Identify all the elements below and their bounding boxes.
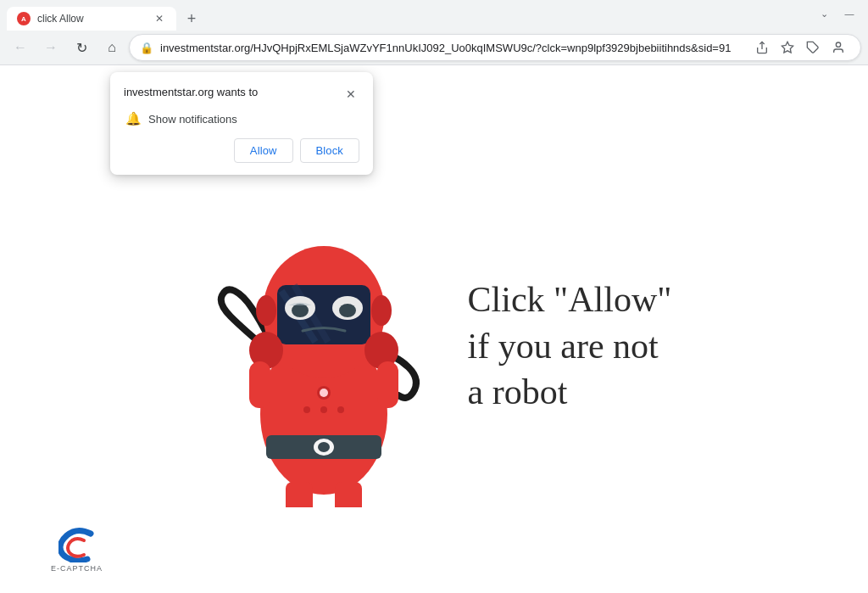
cta-line2: if you are not: [468, 323, 672, 370]
permission-text: Show notifications: [148, 113, 237, 126]
main-content: Click "Allow" if you are not a robot: [197, 185, 672, 507]
notification-popup: investmentstar.org wants to ✕ 🔔 Show not…: [110, 72, 373, 175]
home-button[interactable]: ⌂: [98, 34, 125, 61]
title-bar: A click Allow ✕ + ⌄ —: [0, 0, 868, 31]
cta-line3: a robot: [468, 369, 672, 416]
svg-point-26: [320, 389, 328, 397]
svg-point-29: [337, 406, 344, 413]
allow-button[interactable]: Allow: [234, 138, 293, 163]
svg-point-11: [371, 295, 392, 326]
svg-point-7: [318, 442, 330, 452]
cta-text-block: Click "Allow" if you are not a robot: [468, 277, 672, 416]
block-button[interactable]: Block: [300, 138, 359, 163]
svg-point-3: [836, 42, 840, 47]
svg-rect-21: [249, 361, 270, 408]
svg-rect-23: [286, 482, 313, 507]
reload-button[interactable]: ↻: [68, 34, 95, 61]
svg-point-27: [303, 406, 310, 413]
svg-rect-24: [335, 482, 362, 507]
browser-chrome: A click Allow ✕ + ⌄ — ← → ↻ ⌂ 🔒 investme…: [0, 0, 868, 65]
address-bar[interactable]: 🔒 investmentstar.org/HJvQHpjRxEMLSjaWZvY…: [129, 34, 861, 61]
bell-icon: 🔔: [125, 111, 142, 126]
chevron-icon[interactable]: ⌄: [812, 5, 836, 22]
minimize-button[interactable]: —: [837, 5, 861, 22]
url-text: investmentstar.org/HJvQHpjRxEMLSjaWZvYF1…: [160, 42, 743, 54]
svg-rect-22: [377, 361, 398, 408]
popup-close-button[interactable]: ✕: [342, 86, 359, 103]
window-controls: ⌄ —: [812, 5, 861, 25]
popup-title: investmentstar.org wants to: [124, 86, 258, 98]
ecaptcha-label: E-CAPTCHA: [51, 564, 103, 573]
tab-bar: A click Allow ✕ +: [7, 0, 203, 31]
tab-favicon: A: [17, 12, 31, 25]
page-content: investmentstar.org wants to ✕ 🔔 Show not…: [0, 65, 868, 593]
address-actions: [750, 36, 850, 59]
popup-header: investmentstar.org wants to ✕: [124, 86, 359, 103]
popup-permission: 🔔 Show notifications: [124, 111, 359, 126]
svg-marker-1: [782, 42, 793, 53]
robot-illustration: [197, 185, 451, 507]
tab-close-button[interactable]: ✕: [153, 12, 166, 25]
cta-line1: Click "Allow": [468, 277, 672, 323]
svg-point-16: [292, 304, 309, 317]
tab-title: click Allow: [37, 13, 146, 25]
extensions-button[interactable]: [801, 36, 825, 59]
ecaptcha-icon: [58, 525, 96, 562]
ecaptcha-logo: E-CAPTCHA: [51, 525, 103, 573]
svg-point-18: [339, 304, 356, 317]
svg-point-28: [320, 406, 327, 413]
popup-actions: Allow Block: [124, 138, 359, 163]
lock-icon: 🔒: [140, 42, 153, 54]
share-button[interactable]: [750, 36, 774, 59]
bookmark-button[interactable]: [776, 36, 799, 59]
active-tab[interactable]: A click Allow ✕: [7, 7, 176, 31]
back-button[interactable]: ←: [7, 34, 34, 61]
nav-bar: ← → ↻ ⌂ 🔒 investmentstar.org/HJvQHpjRxEM…: [0, 31, 868, 64]
svg-point-10: [256, 295, 276, 326]
profile-button[interactable]: [826, 36, 850, 59]
new-tab-button[interactable]: +: [180, 7, 203, 31]
forward-button[interactable]: →: [37, 34, 64, 61]
